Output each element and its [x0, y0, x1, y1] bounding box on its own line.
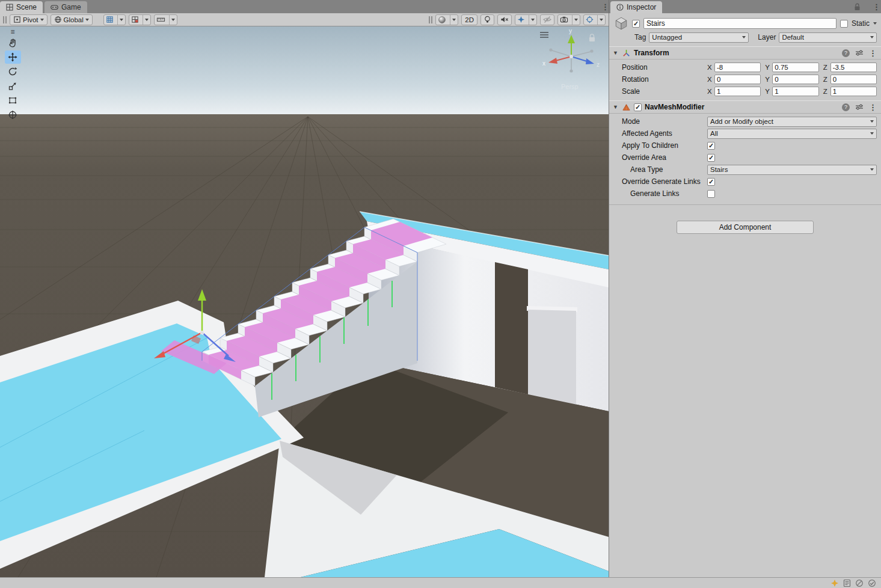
grid-snap-button[interactable]: [129, 14, 151, 25]
override-generate-links-label[interactable]: Override Generate Links: [609, 177, 707, 186]
position-label[interactable]: Position: [609, 63, 707, 72]
rotation-x-label[interactable]: X: [707, 76, 713, 83]
area-type-label[interactable]: Area Type: [609, 165, 707, 174]
grid-visibility-button[interactable]: [103, 14, 126, 25]
scale-y-field[interactable]: 1: [772, 87, 818, 96]
apply-to-children-label[interactable]: Apply To Children: [609, 141, 707, 150]
scale-icon: [8, 81, 17, 91]
effects-toggle-button[interactable]: [515, 14, 537, 25]
transform-tool-button[interactable]: [5, 108, 21, 121]
global-mode-button[interactable]: Global: [51, 14, 93, 25]
mode-dropdown[interactable]: Add or Modify object: [707, 117, 877, 127]
override-area-label[interactable]: Override Area: [609, 153, 707, 162]
gameobject-name-input[interactable]: [643, 18, 836, 29]
toolbar-right-drag-handle[interactable]: [429, 16, 432, 23]
layer-dropdown[interactable]: Default: [779, 32, 877, 43]
navmesh-menu-icon[interactable]: ⋮: [869, 103, 877, 112]
rotation-y-field[interactable]: 0: [772, 75, 818, 84]
scale-x-label[interactable]: X: [707, 88, 713, 95]
rotation-z-field[interactable]: 0: [830, 75, 877, 84]
rotation-x-field[interactable]: 0: [714, 75, 761, 84]
override-area-checkbox[interactable]: ✓: [707, 154, 715, 162]
scene-viewport[interactable]: y x z Persp ≡: [0, 26, 609, 577]
scale-tool-button[interactable]: [5, 79, 21, 93]
mode-label[interactable]: Mode: [609, 117, 707, 126]
tools-overlay-handle[interactable]: ≡: [10, 29, 14, 35]
toolbar-drag-handle[interactable]: [3, 16, 7, 23]
scale-x-field[interactable]: 1: [714, 87, 761, 96]
gameobject-active-checkbox[interactable]: ✓: [632, 20, 640, 28]
gizmos-button[interactable]: [583, 14, 606, 25]
generate-links-label[interactable]: Generate Links: [609, 189, 707, 198]
affected-agents-label[interactable]: Affected Agents: [609, 129, 707, 138]
gizmos-caret-icon[interactable]: [597, 15, 605, 25]
transform-foldout-icon[interactable]: ▼: [613, 50, 619, 56]
override-area-row: Override Area ✓: [609, 152, 881, 164]
rotation-y-label[interactable]: Y: [765, 76, 770, 83]
snap-increment-button[interactable]: [154, 14, 177, 25]
generate-links-checkbox[interactable]: [707, 190, 715, 198]
activity-indicator-icon[interactable]: [830, 579, 839, 587]
scale-y-label[interactable]: Y: [765, 88, 770, 95]
scene-render[interactable]: y x z Persp: [0, 26, 609, 577]
grid-caret-icon[interactable]: [117, 15, 125, 25]
rotation-z-label[interactable]: Z: [823, 76, 829, 83]
inspector-panel-menu-icon[interactable]: ⋮: [873, 2, 880, 11]
tag-dropdown[interactable]: Untagged: [649, 32, 749, 43]
position-y-label[interactable]: Y: [765, 64, 770, 71]
position-x-field[interactable]: -8: [714, 63, 761, 72]
move-gizmo-center[interactable]: [200, 331, 204, 334]
console-warning-icon[interactable]: [855, 579, 864, 587]
lighting-toggle-button[interactable]: [480, 14, 494, 25]
status-bar: [0, 577, 881, 588]
navmesh-component-header[interactable]: ▼ ✓ NavMeshModifier ? ⋮: [609, 100, 881, 114]
add-component-button[interactable]: Add Component: [677, 221, 814, 234]
console-ok-icon[interactable]: [868, 579, 876, 587]
tab-scene[interactable]: Scene: [0, 1, 43, 13]
camera-caret-icon[interactable]: [572, 15, 580, 25]
rotate-tool-button[interactable]: [5, 65, 21, 78]
transform-presets-icon[interactable]: [855, 49, 864, 57]
transform-menu-icon[interactable]: ⋮: [869, 49, 877, 58]
position-z-field[interactable]: -3.5: [830, 63, 877, 72]
rect-tool-button[interactable]: [5, 94, 21, 107]
doorway-gap: [495, 262, 528, 394]
tab-inspector[interactable]: Inspector: [610, 1, 662, 13]
position-y-field[interactable]: 0.75: [772, 63, 818, 72]
pivot-mode-button[interactable]: Pivot: [10, 14, 48, 25]
navmesh-enabled-checkbox[interactable]: ✓: [634, 103, 642, 111]
snap-increment-caret-icon[interactable]: [169, 15, 177, 25]
tab-game[interactable]: Game: [45, 1, 87, 13]
position-x-label[interactable]: X: [707, 64, 713, 71]
grid-snap-caret-icon[interactable]: [143, 15, 150, 25]
game-tab-icon: [51, 4, 58, 11]
navmesh-presets-icon[interactable]: [855, 103, 864, 111]
position-z-label[interactable]: Z: [823, 64, 829, 71]
hidden-objects-toggle-button[interactable]: [540, 14, 554, 25]
console-log-icon[interactable]: [843, 579, 851, 587]
static-caret-icon[interactable]: [873, 22, 877, 25]
apply-to-children-checkbox[interactable]: ✓: [707, 142, 715, 150]
transform-component-header[interactable]: ▼ Transform ? ⋮: [609, 46, 881, 60]
camera-settings-button[interactable]: [557, 14, 580, 25]
move-tool-button[interactable]: [5, 51, 21, 64]
draw-mode-caret-icon[interactable]: [450, 15, 458, 25]
affected-agents-dropdown[interactable]: All: [707, 129, 877, 139]
draw-mode-button[interactable]: [435, 14, 458, 25]
static-checkbox[interactable]: [840, 20, 848, 28]
audio-toggle-button[interactable]: [497, 14, 512, 25]
effects-caret-icon[interactable]: [529, 15, 536, 25]
area-type-dropdown[interactable]: Stairs: [707, 165, 877, 175]
2d-toggle-button[interactable]: 2D: [461, 14, 477, 25]
lock-icon[interactable]: [854, 3, 861, 11]
override-generate-links-checkbox[interactable]: ✓: [707, 178, 715, 186]
rotation-label[interactable]: Rotation: [609, 75, 707, 84]
scale-z-field[interactable]: 1: [830, 87, 877, 96]
navmesh-help-icon[interactable]: ?: [842, 103, 850, 111]
hand-tool-button[interactable]: [5, 36, 21, 49]
scale-z-label[interactable]: Z: [823, 88, 829, 95]
transform-help-icon[interactable]: ?: [842, 49, 850, 57]
navmesh-foldout-icon[interactable]: ▼: [613, 104, 619, 110]
projection-label[interactable]: Persp: [561, 83, 579, 90]
scale-label[interactable]: Scale: [609, 87, 707, 96]
